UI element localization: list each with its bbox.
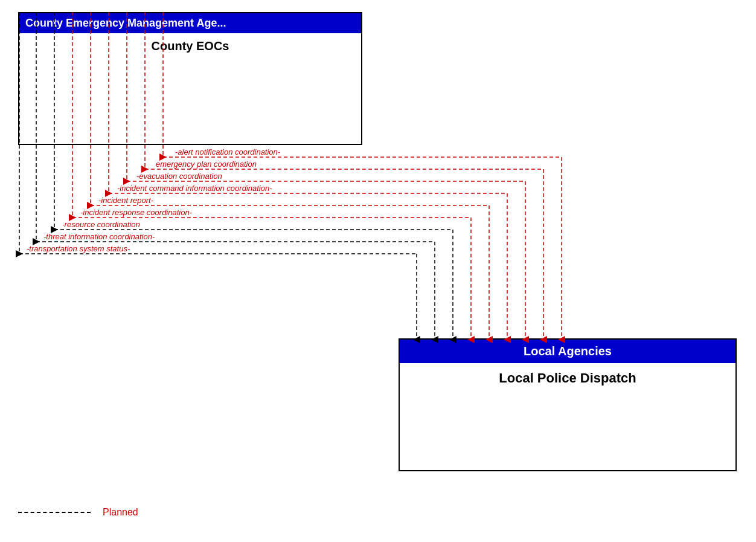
svg-text:-incident response coordinatio: -incident response coordination- [80,208,193,217]
svg-text:-evacuation coordination: -evacuation coordination [136,172,222,181]
svg-text:·resource coordination: ·resource coordination [62,220,140,229]
legend: Planned [18,507,138,518]
legend-line [18,512,91,513]
svg-text:-alert notification coordinati: -alert notification coordination- [175,147,281,156]
svg-text:-incident report-: -incident report- [98,196,154,205]
svg-text:emergency plan coordination: emergency plan coordination [156,160,257,169]
diagram-container: County Emergency Management Age... Count… [0,0,756,542]
legend-label: Planned [103,507,138,518]
svg-text:-transportation system status-: -transportation system status- [27,244,130,253]
svg-text:-threat information coordinati: -threat information coordination- [43,232,155,241]
svg-text:-incident command information : -incident command information coordinati… [117,184,272,193]
flow-diagram-svg: -alert notification coordination- emerge… [0,0,756,542]
